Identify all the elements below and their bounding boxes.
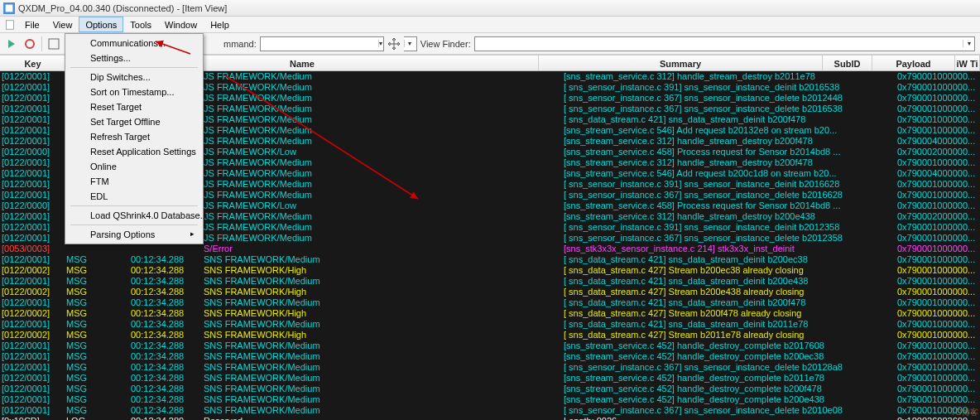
cell-payload: 0x790001000000... (897, 330, 980, 340)
cell-summary: [ sns_data_stream.c 427] Stream b200f478… (564, 308, 848, 319)
cell-payload: 0x790001000000... (897, 179, 980, 190)
cell-key: [0122/0002] (0, 265, 66, 276)
menu-item-parsing-options[interactable]: Parsing Options▸ (67, 227, 201, 242)
log-row[interactable]: [0122/0001]MSG00:12:34.288SNS FRAMEWORK/… (0, 340, 980, 351)
menu-item-communications[interactable]: Communications... (67, 36, 201, 51)
cell-payload: 0x790001000000... (897, 373, 980, 384)
menu-window[interactable]: Window (158, 17, 204, 32)
move-button[interactable] (386, 36, 402, 52)
cell-timestamp: 00:12:34.289 (131, 416, 204, 420)
log-row[interactable]: [0122/0001]MSG00:12:34.288SNS FRAMEWORK/… (0, 384, 980, 394)
cell-key: [0122/0001] (0, 351, 66, 362)
viewfinder-input[interactable] (475, 37, 963, 51)
menu-view[interactable]: View (46, 17, 79, 32)
cell-name: SNS FRAMEWORK/High (204, 330, 564, 340)
doc-icon (5, 20, 15, 30)
grid-icon (48, 38, 60, 50)
cell-payload: 0x790001000000... (897, 190, 980, 200)
cell-subid (848, 319, 897, 330)
header-payload[interactable]: Payload (872, 56, 955, 70)
log-row[interactable]: [0122/0001]MSG00:12:34.288SNS FRAMEWORK/… (0, 297, 980, 308)
log-row[interactable]: [0122/0002]MSG00:12:34.288SNS FRAMEWORK/… (0, 287, 980, 297)
header-key[interactable]: Key (0, 56, 66, 70)
log-row[interactable]: [0122/0001]MSG00:12:34.288SNS FRAMEWORK/… (0, 276, 980, 287)
viewfinder-combo[interactable]: ▾ (474, 36, 975, 51)
header-hw[interactable]: iW Ti (955, 56, 980, 70)
menu-item-online[interactable]: Online (67, 159, 201, 174)
menu-item-sort-on-timestamp[interactable]: Sort on Timestamp... (67, 84, 201, 99)
header-subid[interactable]: SubID (823, 56, 872, 70)
chevron-down-icon[interactable]: ▾ (378, 40, 383, 47)
log-row[interactable]: [0122/0001]MSG00:12:34.288SNS FRAMEWORK/… (0, 362, 980, 373)
header-summary[interactable]: Summary (539, 56, 823, 70)
cell-summary: [ sns_sensor_instance.c 367] sns_sensor_… (564, 362, 848, 373)
menu-tools[interactable]: Tools (123, 17, 158, 32)
circle-icon (24, 38, 36, 50)
menu-item-refresh-target[interactable]: Refresh Target (67, 129, 201, 144)
menu-file[interactable]: File (18, 17, 46, 32)
log-row[interactable]: [0x19CD]LOG00:12:34.289ReservedLength: 0… (0, 416, 980, 420)
cell-summary: [ sns_data_stream.c 421] sns_data_stream… (564, 297, 848, 308)
cell-subid (848, 416, 897, 420)
log-row[interactable]: [0122/0001]MSG00:12:34.288SNS FRAMEWORK/… (0, 351, 980, 362)
menu-item-reset-target[interactable]: Reset Target (67, 99, 201, 114)
cell-payload: 0x790001000000... (897, 254, 980, 265)
cell-payload: 0x790001000000... (897, 125, 980, 136)
cell-subid (848, 340, 897, 351)
cell-name: JS FRAMEWORK/Medium (204, 190, 564, 200)
chevron-down-icon[interactable]: ▾ (404, 40, 416, 47)
cell-payload: 0x790001000000... (897, 287, 980, 297)
toolbar-button-2[interactable] (22, 36, 38, 52)
cell-summary: [ sns_data_stream.c 427] Stream b200ec38… (564, 265, 848, 276)
cell-key: [0122/0001] (0, 114, 66, 125)
log-row[interactable]: [0122/0002]MSG00:12:34.288SNS FRAMEWORK/… (0, 308, 980, 319)
cell-name: JS FRAMEWORK/Medium (204, 179, 564, 190)
command-combo[interactable]: ▾ (260, 36, 384, 51)
log-row[interactable]: [0122/0001]MSG00:12:34.288SNS FRAMEWORK/… (0, 319, 980, 330)
toolbar-button-1[interactable] (3, 36, 20, 52)
menu-options[interactable]: Options (79, 17, 123, 32)
menu-item-settings[interactable]: Settings... (67, 51, 201, 65)
cell-key: [0122/0002] (0, 330, 66, 340)
menu-item-reset-application-settings[interactable]: Reset Application Settings (67, 144, 201, 159)
menu-separator (70, 224, 198, 225)
cell-subid (848, 82, 897, 93)
cell-summary: [ sns_data_stream.c 427] Stream b200e438… (564, 287, 848, 297)
log-row[interactable]: [0122/0001]MSG00:12:34.288SNS FRAMEWORK/… (0, 394, 980, 405)
cell-name: SNS FRAMEWORK/Medium (204, 394, 564, 405)
cell-payload: 0x790001000000... (897, 319, 980, 330)
cell-summary: [ sns_sensor_instance.c 391] sns_sensor_… (564, 179, 848, 190)
cell-key: [0122/0001] (0, 82, 66, 93)
log-row[interactable]: [0053/0003]S/Error[sns_stk3x3x_sensor_in… (0, 244, 980, 254)
menu-item-ftm[interactable]: FTM (67, 174, 201, 189)
log-row[interactable]: [0122/0001]MSG00:12:34.288SNS FRAMEWORK/… (0, 405, 980, 416)
cell-key: [0122/0001] (0, 179, 66, 190)
menu-item-load-qshrink4-0-database[interactable]: Load QShrink4.0 Database... (67, 208, 201, 223)
menu-help[interactable]: Help (204, 17, 236, 32)
toolbar-button-3[interactable] (46, 36, 62, 52)
window-title: QXDM_Pro_04.00.340 (Disconnected) - [Ite… (18, 3, 227, 13)
menu-item-set-target-offline[interactable]: Set Target Offline (67, 114, 201, 129)
log-row[interactable]: [0122/0001]MSG00:12:34.288SNS FRAMEWORK/… (0, 254, 980, 265)
cell-payload: 0x790002000000... (897, 211, 980, 222)
menu-item-dip-switches[interactable]: Dip Switches... (67, 70, 201, 84)
cell-key: [0122/0000] (0, 200, 66, 211)
cell-subid (848, 71, 897, 82)
cell-payload: 0x790001000000... (897, 200, 980, 211)
move-combo[interactable]: ▾ (404, 36, 417, 51)
menubar: FileViewOptionsToolsWindowHelp (0, 17, 980, 33)
log-row[interactable]: [0122/0002]MSG00:12:34.288SNS FRAMEWORK/… (0, 330, 980, 340)
log-row[interactable]: [0122/0001]MSG00:12:34.288SNS FRAMEWORK/… (0, 373, 980, 384)
cell-subid (848, 244, 897, 254)
cell-key: [0122/0001] (0, 190, 66, 200)
cell-subid (848, 136, 897, 147)
cell-key: [0122/0001] (0, 168, 66, 179)
move-icon (387, 37, 401, 51)
cell-subid (848, 362, 897, 373)
menu-item-edl[interactable]: EDL (67, 189, 201, 204)
cell-key: [0122/0001] (0, 254, 66, 265)
log-row[interactable]: [0122/0002]MSG00:12:34.288SNS FRAMEWORK/… (0, 265, 980, 276)
command-input[interactable] (261, 37, 378, 51)
cell-type: LOG (66, 416, 131, 420)
chevron-down-icon[interactable]: ▾ (963, 40, 974, 47)
